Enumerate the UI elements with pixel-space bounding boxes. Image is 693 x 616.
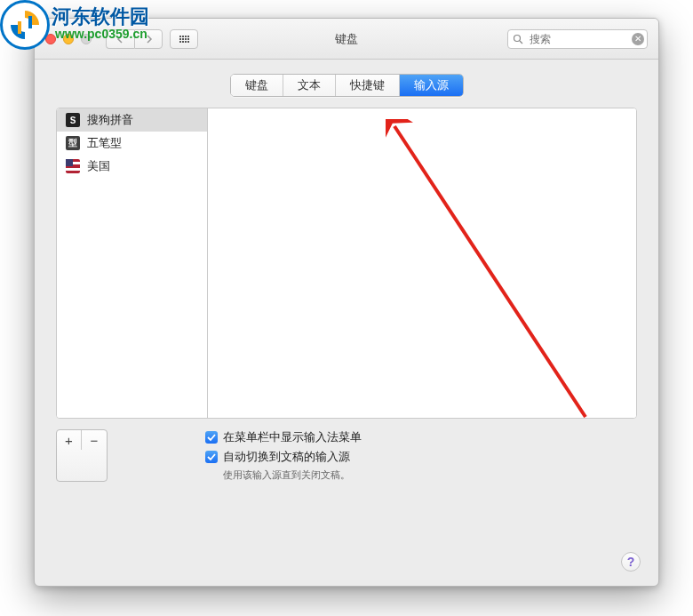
help-button[interactable]: ? [621, 552, 641, 572]
checkbox-row: 在菜单栏中显示输入法菜单 [205, 429, 362, 445]
tab-shortcuts[interactable]: 快捷键 [336, 75, 400, 96]
option-hint: 使用该输入源直到关闭文稿。 [223, 468, 362, 482]
close-button[interactable] [45, 34, 56, 44]
check-icon [207, 452, 216, 461]
nav-buttons [106, 29, 163, 49]
controls-row: + − 在菜单栏中显示输入法菜单 自动切换到文稿的输入源 使用该输入源直到关闭文… [56, 429, 637, 482]
show-all-button[interactable] [170, 29, 198, 49]
chevron-right-icon [144, 35, 153, 44]
sogou-icon: S [66, 113, 80, 127]
input-source-list[interactable]: S 搜狗拼音 型 五笔型 美国 [57, 108, 208, 418]
options-group: 在菜单栏中显示输入法菜单 自动切换到文稿的输入源 使用该输入源直到关闭文稿。 [205, 429, 362, 482]
window-title: 键盘 [335, 31, 358, 47]
add-remove-control: + − [56, 429, 108, 482]
search-icon [513, 34, 523, 44]
titlebar: 键盘 ✕ [35, 19, 658, 60]
source-label: 搜狗拼音 [87, 112, 133, 128]
list-item[interactable]: 型 五笔型 [57, 132, 207, 155]
window-controls [45, 34, 92, 44]
grid-icon [179, 36, 189, 43]
checkbox-label: 自动切换到文稿的输入源 [223, 449, 350, 465]
check-icon [207, 433, 216, 442]
search-input[interactable] [507, 29, 648, 49]
minimize-button[interactable] [63, 34, 74, 44]
zoom-button[interactable] [81, 34, 92, 44]
show-in-menubar-checkbox[interactable] [205, 431, 218, 444]
source-label: 五笔型 [87, 135, 122, 151]
auto-switch-checkbox[interactable] [205, 451, 218, 463]
svg-rect-0 [18, 21, 21, 34]
tab-keyboard[interactable]: 键盘 [231, 75, 283, 96]
tab-input-sources[interactable]: 输入源 [400, 75, 463, 96]
svg-line-3 [520, 41, 522, 44]
chevron-left-icon [116, 35, 125, 44]
add-source-button[interactable]: + [57, 430, 82, 450]
us-flag-icon [66, 159, 80, 173]
search-field[interactable]: ✕ [507, 29, 648, 49]
svg-line-4 [394, 126, 585, 417]
svg-point-2 [514, 35, 521, 41]
checkbox-row: 自动切换到文稿的输入源 [205, 449, 362, 465]
tab-bar: 键盘 文本 快捷键 输入源 [35, 60, 658, 108]
forward-button[interactable] [134, 29, 163, 49]
remove-source-button[interactable]: − [82, 430, 107, 450]
source-detail-pane [208, 108, 636, 418]
back-button[interactable] [106, 29, 134, 49]
list-item[interactable]: S 搜狗拼音 [57, 108, 207, 132]
sources-panel: S 搜狗拼音 型 五笔型 美国 [56, 108, 637, 419]
wubi-icon: 型 [66, 136, 80, 150]
content-area: S 搜狗拼音 型 五笔型 美国 [35, 108, 658, 496]
svg-rect-1 [28, 16, 32, 28]
annotation-arrow [386, 119, 590, 419]
clear-search-button[interactable]: ✕ [632, 33, 644, 45]
segmented-control: 键盘 文本 快捷键 输入源 [230, 74, 464, 97]
checkbox-label: 在菜单栏中显示输入法菜单 [223, 429, 362, 445]
tab-text[interactable]: 文本 [283, 75, 336, 96]
source-label: 美国 [87, 158, 110, 174]
preferences-window: 键盘 ✕ 键盘 文本 快捷键 输入源 S 搜狗拼音 型 五笔型 [34, 18, 659, 587]
list-item[interactable]: 美国 [57, 155, 207, 178]
